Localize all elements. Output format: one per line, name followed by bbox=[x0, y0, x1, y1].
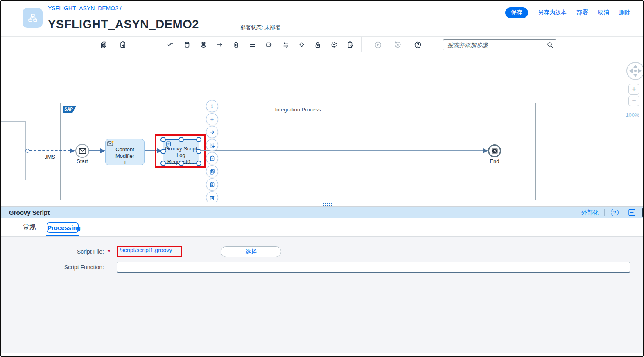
required-marker: * bbox=[108, 246, 110, 257]
connection-anchor-dot[interactable] bbox=[25, 149, 29, 153]
groovy-script-icon bbox=[165, 141, 172, 148]
selection-handle[interactable] bbox=[160, 149, 166, 154]
sender-participant-box[interactable]: nder bbox=[0, 121, 26, 180]
zoom-in-button[interactable]: + bbox=[628, 84, 639, 95]
paste-icon[interactable] bbox=[119, 41, 127, 49]
layout-icon[interactable] bbox=[249, 41, 257, 49]
content-modifier-label-line1: Content Modifier bbox=[106, 146, 144, 159]
persist-storage-icon[interactable] bbox=[183, 41, 191, 49]
sequence-flow-arrowhead bbox=[100, 148, 105, 153]
start-event-label: Start bbox=[72, 158, 93, 164]
panel-footer-strip bbox=[1, 353, 643, 356]
help-circle-icon[interactable] bbox=[414, 41, 422, 49]
validate-icon[interactable] bbox=[166, 41, 174, 49]
connect-arrow-icon[interactable] bbox=[206, 126, 218, 138]
gateway-icon[interactable] bbox=[298, 41, 306, 49]
tab-processing[interactable]: Processing bbox=[47, 222, 79, 233]
trace-icon[interactable] bbox=[199, 41, 208, 49]
panel-title: Groovy Script bbox=[9, 207, 50, 218]
selection-handle[interactable] bbox=[196, 149, 201, 154]
save-as-version-button[interactable]: 另存为版本 bbox=[538, 9, 567, 16]
pool-title: Integration Process bbox=[61, 107, 535, 113]
clipped-panel-icon[interactable] bbox=[642, 208, 644, 217]
toolbar-divider bbox=[361, 37, 362, 52]
copy-icon[interactable] bbox=[99, 41, 108, 49]
tab-general[interactable]: 常规 bbox=[21, 218, 38, 236]
copy-circle-icon[interactable] bbox=[206, 165, 218, 177]
processing-form: Script File: * /script/script1.groovy 选择… bbox=[1, 237, 643, 353]
jms-connection-label[interactable]: JMS bbox=[41, 154, 59, 160]
script-file-value[interactable]: /script/script1.groovy bbox=[120, 247, 172, 253]
jms-arrowhead bbox=[70, 148, 75, 153]
content-modifier-step[interactable]: Content Modifier 1 bbox=[105, 139, 145, 165]
page-title: YSFLIGHT_ASYN_DEMO2 bbox=[48, 18, 199, 31]
selection-handle[interactable] bbox=[160, 161, 166, 166]
clear-simulation-icon[interactable] bbox=[393, 41, 402, 49]
sender-participant-label: nder bbox=[0, 122, 25, 135]
delete-step-icon[interactable] bbox=[232, 41, 240, 49]
sequence-flow-arrowhead bbox=[483, 148, 488, 153]
iflow-type-icon bbox=[23, 8, 43, 28]
clipboard-check-circle-icon[interactable] bbox=[206, 152, 218, 164]
panel-minimize-icon[interactable] bbox=[628, 209, 636, 216]
save-button[interactable]: 保存 bbox=[505, 7, 528, 18]
jms-connection-line[interactable] bbox=[29, 150, 70, 151]
script-function-input[interactable] bbox=[117, 262, 630, 273]
toolbar-divider bbox=[149, 37, 149, 52]
search-add-step-box bbox=[443, 39, 556, 50]
paste-circle-icon[interactable] bbox=[206, 178, 218, 191]
pan-navigation-control[interactable] bbox=[626, 61, 644, 80]
connector-arrow-icon[interactable] bbox=[216, 41, 224, 49]
panel-header-divider bbox=[604, 209, 605, 216]
add-plus-icon[interactable]: + bbox=[206, 113, 218, 125]
content-modifier-label-line2: 1 bbox=[106, 159, 144, 166]
splitter-grip-dots[interactable] bbox=[322, 202, 332, 206]
clipboard-check-icon[interactable] bbox=[346, 41, 354, 49]
pool-header: SAP Integration Process bbox=[61, 103, 535, 116]
sequence-flow-line[interactable] bbox=[200, 150, 483, 151]
plus-glyph: + bbox=[210, 116, 214, 123]
groovy-script-step[interactable]: Groovy Script Log Request0... bbox=[163, 139, 199, 164]
start-event[interactable] bbox=[75, 144, 89, 158]
sequence-flow-line[interactable] bbox=[145, 150, 157, 151]
search-icon[interactable] bbox=[547, 41, 554, 48]
panel-resize-splitter[interactable] bbox=[1, 202, 643, 207]
selection-handle[interactable] bbox=[179, 137, 184, 142]
editor-toolbar bbox=[1, 36, 643, 52]
zoom-level-label: 100% bbox=[623, 112, 642, 118]
app-window: YSFLIGHT_ASYN_DEMO2 / YSFLIGHT_ASYN_DEMO… bbox=[0, 0, 644, 357]
simulate-play-icon[interactable] bbox=[374, 41, 382, 49]
cancel-button[interactable]: 取消 bbox=[598, 9, 609, 16]
selection-handle[interactable] bbox=[196, 161, 201, 166]
lock-icon[interactable] bbox=[314, 41, 322, 49]
panel-help-icon[interactable]: ? bbox=[611, 209, 619, 216]
toolbar-divider bbox=[430, 37, 430, 52]
sitemap-icon bbox=[27, 13, 38, 23]
page-header: YSFLIGHT_ASYN_DEMO2 / YSFLIGHT_ASYN_DEMO… bbox=[1, 1, 643, 36]
scheduler-icon[interactable] bbox=[265, 41, 273, 49]
swap-icon[interactable] bbox=[282, 41, 290, 49]
security-settings-icon[interactable] bbox=[330, 41, 338, 49]
end-event-label: End bbox=[485, 158, 504, 164]
zoom-out-button[interactable]: − bbox=[628, 96, 639, 106]
script-function-label: Script Function: bbox=[1, 261, 104, 273]
info-glyph: i bbox=[211, 103, 212, 109]
selection-handle[interactable] bbox=[196, 137, 201, 142]
info-icon[interactable]: i bbox=[206, 100, 218, 112]
deploy-button[interactable]: 部署 bbox=[576, 9, 588, 16]
sequence-flow-line[interactable] bbox=[89, 150, 100, 151]
delete-button[interactable]: 删除 bbox=[619, 9, 630, 16]
content-modifier-icon bbox=[107, 141, 114, 147]
add-document-icon[interactable] bbox=[206, 139, 218, 151]
search-add-step-input[interactable] bbox=[447, 40, 543, 50]
selection-handle[interactable] bbox=[160, 137, 166, 142]
envelope-filled-icon bbox=[492, 148, 498, 154]
properties-tab-bar: 常规 Processing bbox=[1, 218, 643, 237]
envelope-icon bbox=[79, 148, 86, 154]
end-event[interactable] bbox=[488, 144, 501, 157]
externalize-link[interactable]: 外部化 bbox=[581, 207, 599, 218]
diagram-canvas[interactable]: + − 100% nder SAP Integration Process JM… bbox=[1, 52, 643, 202]
selection-handle[interactable] bbox=[179, 161, 184, 166]
select-button[interactable]: 选择 bbox=[221, 246, 281, 257]
breadcrumb[interactable]: YSFLIGHT_ASYN_DEMO2 / bbox=[48, 5, 122, 11]
